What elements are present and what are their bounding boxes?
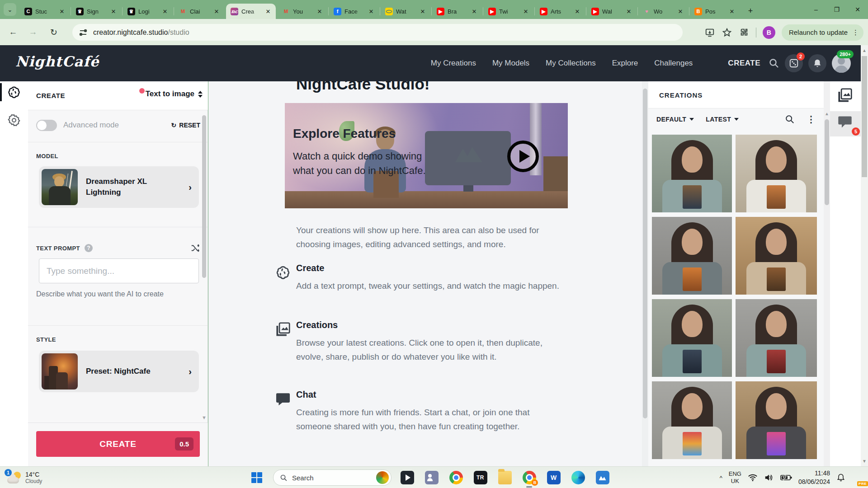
tab-close-icon[interactable]: ✕ bbox=[212, 7, 221, 15]
word-app-icon[interactable]: W bbox=[546, 470, 561, 485]
style-card[interactable]: Preset: NightCafe › bbox=[39, 351, 199, 392]
language-indicator[interactable]: ENGUK bbox=[729, 470, 741, 484]
creations-more-icon[interactable]: ⋮ bbox=[807, 114, 816, 125]
taskbar-weather-widget[interactable]: 1 14°CCloudy bbox=[4, 467, 46, 488]
tab-close-icon[interactable]: ✕ bbox=[625, 7, 633, 15]
explore-features-banner[interactable]: Explore Features Watch a quick demo show… bbox=[285, 103, 568, 208]
site-settings-icon[interactable] bbox=[79, 28, 88, 37]
rail-create-tab[interactable] bbox=[0, 81, 28, 103]
daily-challenge-dice-button[interactable]: 2 bbox=[785, 54, 803, 72]
edge-app-icon[interactable] bbox=[571, 470, 585, 485]
battery-icon[interactable] bbox=[780, 474, 792, 481]
search-icon[interactable] bbox=[769, 58, 779, 69]
tab-close-icon[interactable]: ✕ bbox=[264, 7, 272, 15]
window-minimize-button[interactable]: – bbox=[806, 0, 826, 19]
sidebar-scrollbar[interactable] bbox=[202, 115, 206, 278]
scroll-down-icon[interactable]: ▼ bbox=[862, 459, 867, 464]
create-button[interactable]: CREATE 0.5 bbox=[36, 431, 200, 457]
tab-search-button[interactable]: ⌄ bbox=[4, 3, 16, 16]
creations-search-icon[interactable] bbox=[785, 114, 795, 124]
main-scrollbar[interactable] bbox=[642, 81, 648, 466]
nav-my-collections[interactable]: My Collections bbox=[546, 59, 596, 68]
hidden-icons-chevron[interactable]: ^ bbox=[720, 474, 722, 481]
nav-challenges[interactable]: Challenges bbox=[654, 59, 693, 68]
browser-tab[interactable]: ▶Arts✕ bbox=[535, 4, 585, 19]
address-bar[interactable]: creator.nightcafe.studio/studio bbox=[72, 24, 683, 41]
window-close-button[interactable]: ✕ bbox=[847, 0, 868, 19]
people-app-icon[interactable] bbox=[424, 470, 439, 485]
creation-thumbnail[interactable] bbox=[652, 381, 732, 459]
mode-selector[interactable]: Text to image bbox=[139, 89, 203, 99]
creation-thumbnail[interactable] bbox=[736, 217, 817, 295]
chrome-browser-active-icon[interactable]: B bbox=[522, 470, 537, 485]
sort-latest-dropdown[interactable]: LATEST bbox=[706, 116, 739, 123]
relaunch-to-update-button[interactable]: Relaunch to update⋮ bbox=[782, 24, 863, 41]
browser-tab[interactable]: fFace✕ bbox=[329, 4, 379, 19]
browser-tab[interactable]: ncCrea✕ bbox=[226, 4, 276, 19]
creation-thumbnail[interactable] bbox=[736, 299, 817, 377]
taskbar-search[interactable]: Search bbox=[273, 469, 392, 486]
tab-close-icon[interactable]: ✕ bbox=[728, 7, 736, 15]
browser-menu-icon[interactable]: ⋮ bbox=[852, 28, 859, 37]
creation-thumbnail[interactable] bbox=[652, 135, 732, 212]
tab-close-icon[interactable]: ✕ bbox=[419, 7, 427, 15]
file-explorer-app-icon[interactable] bbox=[497, 470, 512, 485]
play-video-button[interactable] bbox=[507, 141, 539, 172]
chat-tab[interactable]: 5 bbox=[830, 111, 861, 136]
browser-profile-avatar[interactable]: B bbox=[763, 26, 775, 39]
tab-close-icon[interactable]: ✕ bbox=[109, 7, 118, 15]
creations-gallery-tab[interactable] bbox=[836, 87, 854, 104]
shuffle-prompt-icon[interactable] bbox=[190, 243, 200, 253]
nightcafe-logo[interactable]: NightCafé bbox=[15, 53, 99, 70]
help-icon[interactable]: ? bbox=[85, 244, 93, 252]
install-app-icon[interactable] bbox=[704, 27, 715, 38]
browser-tab[interactable]: ♛Logi✕ bbox=[123, 4, 173, 19]
browser-tab[interactable]: ♥Wo✕ bbox=[638, 4, 688, 19]
creation-thumbnail[interactable] bbox=[736, 381, 817, 459]
filter-default-dropdown[interactable]: DEFAULT bbox=[656, 116, 694, 123]
back-button[interactable]: ← bbox=[6, 25, 20, 39]
chrome-app-icon[interactable] bbox=[448, 470, 463, 485]
browser-tab[interactable]: ▶Wal✕ bbox=[587, 4, 637, 19]
browser-tab[interactable]: Wat✕ bbox=[381, 4, 430, 19]
nav-create[interactable]: CREATE bbox=[728, 59, 760, 68]
photos-app-icon[interactable] bbox=[595, 470, 610, 485]
page-scrollbar[interactable]: ▲ ▼ bbox=[861, 45, 868, 466]
browser-tab[interactable]: BPos✕ bbox=[690, 4, 740, 19]
tab-close-icon[interactable]: ✕ bbox=[58, 7, 66, 15]
user-avatar[interactable]: 280+ bbox=[832, 54, 851, 73]
extensions-puzzle-icon[interactable] bbox=[739, 27, 750, 38]
tab-close-icon[interactable]: ✕ bbox=[316, 7, 324, 15]
scroll-up-icon[interactable]: ▲ bbox=[825, 111, 829, 116]
nav-my-creations[interactable]: My Creations bbox=[431, 59, 476, 68]
wifi-icon[interactable] bbox=[748, 474, 758, 482]
reload-button[interactable]: ↻ bbox=[47, 25, 61, 39]
creation-thumbnail[interactable] bbox=[652, 217, 732, 295]
advanced-mode-toggle[interactable] bbox=[36, 120, 57, 131]
window-restore-button[interactable]: ❐ bbox=[826, 0, 847, 19]
media-player-app-icon[interactable] bbox=[400, 470, 415, 485]
creation-thumbnail[interactable] bbox=[652, 299, 732, 377]
browser-tab[interactable]: MClai✕ bbox=[175, 4, 224, 19]
creations-scrollbar[interactable]: ▲ bbox=[824, 81, 830, 466]
translator-app-icon[interactable]: TR bbox=[473, 470, 488, 485]
rail-settings-tab[interactable] bbox=[0, 109, 28, 131]
start-button[interactable] bbox=[251, 472, 262, 483]
creation-thumbnail[interactable] bbox=[736, 135, 817, 212]
prompt-input[interactable] bbox=[39, 258, 199, 283]
forward-button[interactable]: → bbox=[26, 25, 40, 39]
notifications-bell-button[interactable] bbox=[808, 54, 826, 72]
sidebar-scroll-down-icon[interactable]: ▼ bbox=[202, 415, 207, 420]
browser-tab[interactable]: CStuc✕ bbox=[20, 4, 70, 19]
copilot-icon[interactable]: PRE bbox=[852, 471, 865, 484]
nav-my-models[interactable]: My Models bbox=[492, 59, 529, 68]
notification-bell-icon[interactable] bbox=[836, 473, 845, 482]
volume-icon[interactable] bbox=[764, 474, 774, 482]
browser-tab[interactable]: MYou✕ bbox=[278, 4, 327, 19]
clock-widget[interactable]: 11:4808/06/2024 bbox=[798, 469, 830, 486]
new-tab-button[interactable]: + bbox=[744, 5, 757, 17]
bookmark-star-icon[interactable] bbox=[722, 27, 732, 38]
tab-close-icon[interactable]: ✕ bbox=[470, 7, 478, 15]
model-card[interactable]: Dreamshaper XL Lightning › bbox=[39, 166, 199, 208]
tab-close-icon[interactable]: ✕ bbox=[367, 7, 375, 15]
